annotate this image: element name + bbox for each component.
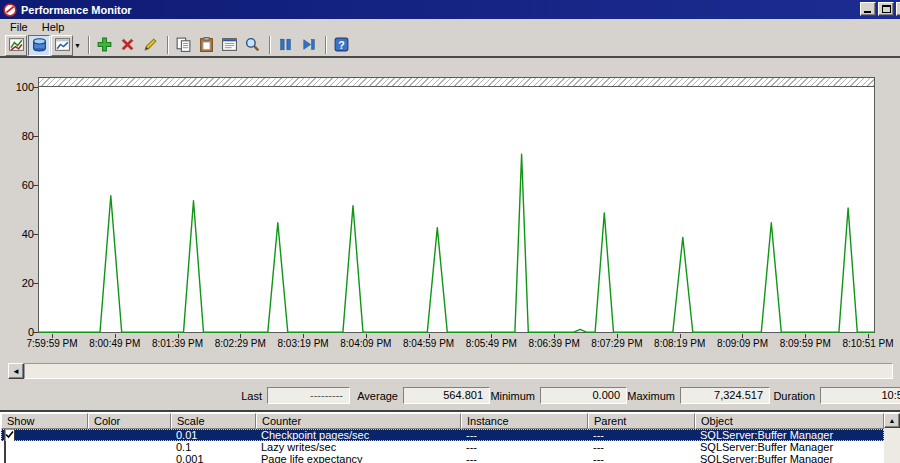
counter-list-scrollbar-track[interactable] xyxy=(884,428,900,463)
parent-cell: --- xyxy=(588,429,695,441)
y-axis-label: 40 xyxy=(8,228,34,240)
delete-x-icon xyxy=(119,36,136,55)
x-axis-label: 8:07:29 PM xyxy=(585,338,649,349)
view-log-data-button[interactable] xyxy=(28,35,50,56)
parent-cell: --- xyxy=(588,453,695,463)
check-icon xyxy=(5,430,14,439)
toolbar-separator xyxy=(269,36,271,54)
counter-cell: Page life expectancy xyxy=(256,453,461,463)
x-axis-label: 8:01:39 PM xyxy=(146,338,210,349)
y-axis-tick xyxy=(33,185,38,186)
counter-row[interactable]: 0.01Checkpoint pages/sec------SQLServer:… xyxy=(1,429,884,441)
stat-value-last: --------- xyxy=(267,387,350,404)
pause-icon xyxy=(277,36,294,55)
counter-cell: Checkpoint pages/sec xyxy=(256,429,461,441)
update-data-button[interactable] xyxy=(298,35,320,56)
freeze-display-button[interactable] xyxy=(275,35,297,56)
column-header-show[interactable]: Show xyxy=(1,413,88,429)
menu-item-help[interactable]: Help xyxy=(36,20,71,34)
scroll-up-button[interactable]: ▲ xyxy=(884,413,900,428)
show-checkbox[interactable] xyxy=(4,441,6,453)
show-cell xyxy=(1,453,88,463)
instance-cell: --- xyxy=(461,453,588,463)
show-cell xyxy=(1,441,88,453)
show-checkbox[interactable] xyxy=(4,453,6,463)
help-button[interactable]: ? xyxy=(331,35,353,56)
paste-counter-list-button[interactable] xyxy=(196,35,218,56)
close-button[interactable] xyxy=(896,2,900,16)
counter-row[interactable]: 0.1Lazy writes/sec------SQLServer:Buffer… xyxy=(1,441,884,453)
instance-cell: --- xyxy=(461,429,588,441)
view-current-activity-button[interactable] xyxy=(5,35,27,56)
instance-cell: --- xyxy=(461,441,588,453)
column-header-counter[interactable]: Counter xyxy=(256,413,461,429)
properties-button[interactable] xyxy=(219,35,241,56)
minimize-button[interactable] xyxy=(860,2,876,16)
object-cell: SQLServer:Buffer Manager xyxy=(695,441,884,453)
step-icon xyxy=(300,36,317,55)
x-axis-label: 8:03:19 PM xyxy=(271,338,335,349)
color-cell xyxy=(88,429,171,441)
color-cell xyxy=(88,453,171,463)
object-cell: SQLServer:Buffer Manager xyxy=(695,453,884,463)
chart-plot-area xyxy=(38,77,875,333)
show-cell xyxy=(1,429,88,441)
line-chart xyxy=(39,88,874,333)
series-checkpoint-pages-sec xyxy=(39,154,874,332)
copy-icon xyxy=(175,36,192,55)
y-axis-label: 0 xyxy=(8,326,34,338)
change-graph-type-button[interactable] xyxy=(51,35,73,56)
paste-icon xyxy=(198,36,215,55)
counter-row[interactable]: 0.001Page life expectancy------SQLServer… xyxy=(1,453,884,463)
x-axis-label: 8:06:39 PM xyxy=(522,338,586,349)
chart-overrun-strip xyxy=(39,78,874,87)
delete-counter-button[interactable] xyxy=(117,35,139,56)
x-axis-label: 8:04:59 PM xyxy=(397,338,461,349)
column-header-instance[interactable]: Instance xyxy=(461,413,588,429)
x-axis-label: 8:00:49 PM xyxy=(83,338,147,349)
minimize-icon xyxy=(864,11,871,13)
y-axis-tick xyxy=(33,234,38,235)
highlight-pen-icon xyxy=(142,36,159,55)
menu-item-file[interactable]: File xyxy=(4,20,34,34)
stat-label-average: Average xyxy=(340,388,398,404)
stat-label-last: Last xyxy=(210,388,262,404)
plus-icon xyxy=(96,36,113,55)
properties-icon xyxy=(221,36,238,55)
chart-icon xyxy=(8,36,25,55)
x-axis-label: 8:09:09 PM xyxy=(710,338,774,349)
column-header-parent[interactable]: Parent xyxy=(588,413,695,429)
column-header-object[interactable]: Object xyxy=(695,413,884,429)
column-header-color[interactable]: Color xyxy=(88,413,171,429)
show-checkbox[interactable] xyxy=(4,429,15,441)
titlebar[interactable]: Performance Monitor xyxy=(0,0,900,19)
copy-properties-button[interactable] xyxy=(173,35,195,56)
time-scrollbar-track[interactable] xyxy=(24,363,893,379)
window-title: Performance Monitor xyxy=(21,4,132,16)
x-axis-label: 8:04:09 PM xyxy=(334,338,398,349)
chevron-down-icon[interactable]: ▼ xyxy=(74,42,81,49)
performance-monitor-window: Performance Monitor FileHelp ▼? ◄ Last--… xyxy=(0,0,900,463)
y-axis-tick xyxy=(33,136,38,137)
x-axis-label: 8:08:19 PM xyxy=(648,338,712,349)
column-header-scale[interactable]: Scale xyxy=(171,413,256,429)
toolbar-separator xyxy=(88,36,90,54)
scroll-left-button[interactable]: ◄ xyxy=(8,363,24,379)
scale-cell: 0.01 xyxy=(171,429,256,441)
time-scrollbar[interactable]: ◄ xyxy=(8,363,893,379)
y-axis-label: 60 xyxy=(8,179,34,191)
add-counter-button[interactable] xyxy=(94,35,116,56)
menubar: FileHelp xyxy=(0,19,900,34)
maximize-button[interactable] xyxy=(878,2,894,16)
y-axis-tick xyxy=(33,283,38,284)
toolbar-separator xyxy=(325,36,327,54)
log-cylinder-icon xyxy=(31,36,48,55)
y-axis-tick xyxy=(33,332,38,333)
stat-value-duration: 10:52 xyxy=(820,387,900,404)
zoom-button[interactable] xyxy=(242,35,264,56)
scale-cell: 0.001 xyxy=(171,453,256,463)
counter-cell: Lazy writes/sec xyxy=(256,441,461,453)
y-axis-label: 100 xyxy=(8,81,34,93)
highlight-button[interactable] xyxy=(140,35,162,56)
stat-label-duration: Duration xyxy=(756,388,815,404)
